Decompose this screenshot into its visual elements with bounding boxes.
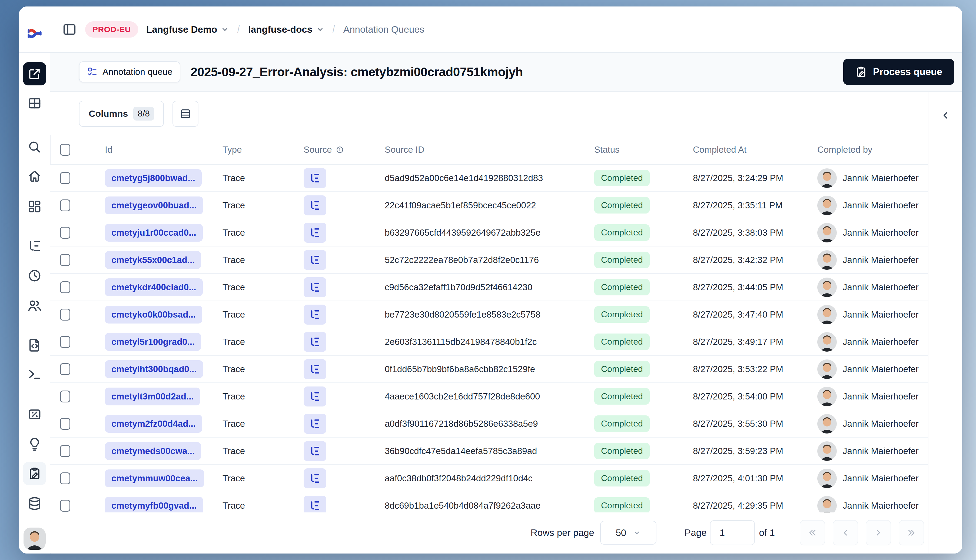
project-selector[interactable]: langfuse-docs xyxy=(248,24,324,35)
row-completed-at: 8/27/2025, 3:49:17 PM xyxy=(693,337,783,347)
user-avatar xyxy=(817,468,837,488)
user-name: Jannik Maierhoefer xyxy=(843,200,919,210)
row-checkbox[interactable] xyxy=(60,172,70,184)
row-source-id: be7723e30d8020559fe1e8583e2c5758 xyxy=(385,310,541,320)
prompts-file-icon[interactable] xyxy=(27,338,42,352)
langfuse-logo-icon[interactable] xyxy=(26,25,43,42)
playground-terminal-icon[interactable] xyxy=(27,367,42,382)
dashboards-icon[interactable] xyxy=(27,199,42,214)
previous-page-button[interactable] xyxy=(833,520,858,545)
status-badge: Completed xyxy=(594,170,650,186)
trace-source-icon[interactable] xyxy=(304,332,326,352)
info-icon[interactable] xyxy=(336,146,344,154)
trace-source-icon[interactable] xyxy=(304,305,326,325)
row-id-link[interactable]: cmetymyfb00gvad... xyxy=(105,497,203,515)
columns-button[interactable]: Columns 8/8 xyxy=(79,101,164,127)
trace-source-icon[interactable] xyxy=(304,441,326,461)
trace-source-icon[interactable] xyxy=(304,468,326,488)
row-checkbox[interactable] xyxy=(60,336,70,348)
user-name: Jannik Maierhoefer xyxy=(843,392,919,402)
row-height-button[interactable] xyxy=(172,101,199,127)
user-avatar xyxy=(817,305,837,324)
status-badge: Completed xyxy=(594,443,650,459)
annotation-queues-icon[interactable] xyxy=(23,462,46,485)
trace-source-icon[interactable] xyxy=(304,223,326,243)
row-id-link[interactable]: cmetykdr400ciad0... xyxy=(105,278,203,296)
open-in-new-button[interactable] xyxy=(23,62,46,85)
user-name: Jannik Maierhoefer xyxy=(843,173,919,183)
row-id-link[interactable]: cmetym2fz00d4ad... xyxy=(105,415,202,433)
trace-source-icon[interactable] xyxy=(304,277,326,297)
pagination-controls xyxy=(800,520,924,545)
user-name: Jannik Maierhoefer xyxy=(843,255,919,265)
row-id-link[interactable]: cmetylt3m00d2ad... xyxy=(105,388,200,405)
page-number-input[interactable] xyxy=(710,520,755,545)
row-checkbox[interactable] xyxy=(60,418,70,430)
trace-source-icon[interactable] xyxy=(304,387,326,407)
row-checkbox[interactable] xyxy=(60,500,70,512)
insights-lightbulb-icon[interactable] xyxy=(27,437,42,452)
row-type: Trace xyxy=(222,282,245,292)
table-row[interactable]: cmetyk55x00c1ad...Trace52c72c2222ea78e0b… xyxy=(50,247,928,274)
row-checkbox[interactable] xyxy=(60,227,70,238)
table-row[interactable]: cmetyko0k00bsad...Tracebe7723e30d8020559… xyxy=(50,301,928,328)
evaluators-icon[interactable] xyxy=(27,407,42,422)
sidebar-toggle-icon[interactable] xyxy=(62,22,77,37)
row-checkbox[interactable] xyxy=(60,445,70,457)
table-row[interactable]: cmetymmuw00cea...Traceaaf0c38db0f3f2048b… xyxy=(50,465,928,492)
table-row[interactable]: cmetym2fz00d4ad...Tracea0df3f901167218d8… xyxy=(50,410,928,438)
row-id-link[interactable]: cmetylht300bqad0... xyxy=(105,360,203,378)
org-selector[interactable]: Langfuse Demo xyxy=(146,24,229,35)
first-page-button[interactable] xyxy=(800,520,825,545)
home-icon[interactable] xyxy=(27,169,42,183)
row-type: Trace xyxy=(222,446,245,456)
row-id-link[interactable]: cmetymmuw00cea... xyxy=(105,470,204,487)
row-id-link[interactable]: cmetyl5r100grad0... xyxy=(105,333,201,351)
row-checkbox[interactable] xyxy=(60,390,70,402)
table-row[interactable]: cmetylt3m00d2ad...Trace4aaece1603cb2e16d… xyxy=(50,383,928,410)
last-page-button[interactable] xyxy=(899,520,924,545)
table-row[interactable]: cmetylht300bqad0...Trace0f1dd65b7bb9bf6b… xyxy=(50,356,928,383)
select-all-checkbox[interactable] xyxy=(60,144,70,156)
datasets-database-icon[interactable] xyxy=(27,496,42,511)
trace-source-icon[interactable] xyxy=(304,414,326,434)
row-id-link[interactable]: cmetygeov00buad... xyxy=(105,197,203,214)
column-header-completed-by: Completed by xyxy=(817,145,873,155)
expand-panel-button[interactable] xyxy=(937,110,954,127)
trace-source-icon[interactable] xyxy=(304,359,326,379)
rows-per-page-select[interactable]: 50 xyxy=(600,521,656,545)
row-checkbox[interactable] xyxy=(60,363,70,375)
table-row[interactable]: cmetykdr400ciad0...Tracec9d56ca32efaff1b… xyxy=(50,274,928,301)
row-checkbox[interactable] xyxy=(60,200,70,212)
row-checkbox[interactable] xyxy=(60,282,70,293)
table-row[interactable]: cmetygeov00buad...Trace22c41f09acae5b1ef… xyxy=(50,192,928,219)
users-icon[interactable] xyxy=(27,298,42,313)
table-row[interactable]: cmetyg5j800bwad...Traced5ad9d52a00c6e14e… xyxy=(50,165,928,192)
status-badge: Completed xyxy=(594,361,650,377)
table-body: cmetyg5j800bwad...Traced5ad9d52a00c6e14e… xyxy=(50,165,928,520)
annotation-queue-badge[interactable]: Annotation queue xyxy=(79,62,180,82)
row-id-link[interactable]: cmetyg5j800bwad... xyxy=(105,169,202,187)
user-menu-avatar[interactable] xyxy=(23,528,46,550)
sessions-clock-icon[interactable] xyxy=(27,268,42,283)
process-queue-button[interactable]: Process queue xyxy=(843,59,954,85)
table-row[interactable]: cmetyju1r00ccad0...Traceb63297665cfd4439… xyxy=(50,219,928,247)
row-checkbox[interactable] xyxy=(60,472,70,484)
trace-source-icon[interactable] xyxy=(304,195,326,215)
grid-view-icon[interactable] xyxy=(27,96,42,110)
table-row[interactable]: cmetyl5r100grad0...Trace2e603f31361115db… xyxy=(50,328,928,356)
tracing-icon[interactable] xyxy=(27,238,42,253)
row-id-link[interactable]: cmetymeds00cwa... xyxy=(105,442,201,460)
row-id-link[interactable]: cmetyk55x00c1ad... xyxy=(105,251,201,269)
row-checkbox[interactable] xyxy=(60,308,70,320)
trace-source-icon[interactable] xyxy=(304,168,326,188)
search-icon[interactable] xyxy=(27,140,42,154)
row-id-link[interactable]: cmetyju1r00ccad0... xyxy=(105,224,203,242)
table-row[interactable]: cmetymeds00cwa...Trace36b90cdfc47e5da14e… xyxy=(50,438,928,465)
status-badge: Completed xyxy=(594,497,650,514)
row-checkbox[interactable] xyxy=(60,254,70,266)
clipboard-pen-icon xyxy=(855,66,867,78)
next-page-button[interactable] xyxy=(866,520,891,545)
row-id-link[interactable]: cmetyko0k00bsad... xyxy=(105,306,202,323)
trace-source-icon[interactable] xyxy=(304,250,326,270)
